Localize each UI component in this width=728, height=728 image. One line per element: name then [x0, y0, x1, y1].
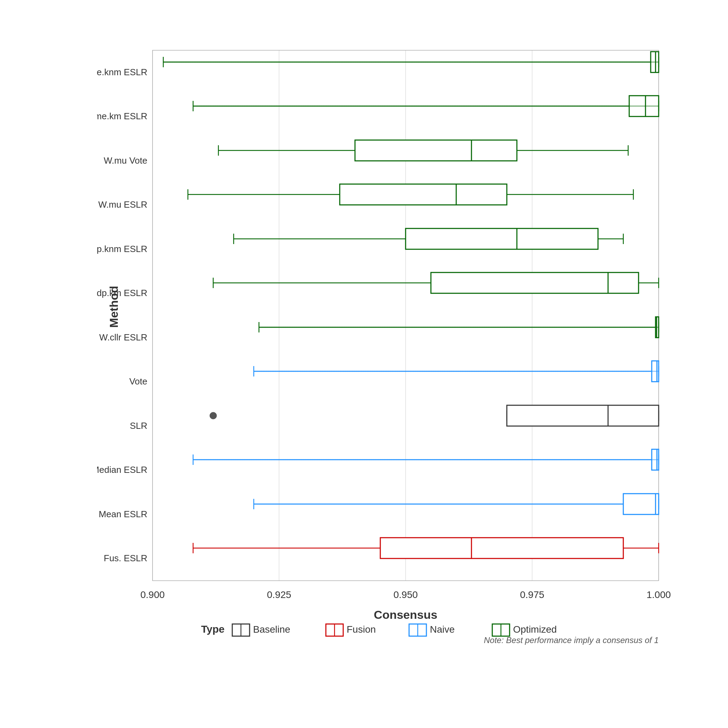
boxplot-mean-eslr [254, 494, 659, 514]
svg-text:Naive: Naive [430, 624, 455, 635]
x-axis-label: Consensus [374, 608, 437, 621]
note-text: Note: Best performance imply a consensus… [484, 635, 659, 645]
main-chart-svg: 0.900 0.925 0.950 0.975 1.000 Consensus … [97, 40, 673, 647]
svg-text:0.925: 0.925 [267, 589, 291, 600]
svg-rect-87 [380, 538, 623, 558]
svg-text:W.rme.knm ESLR: W.rme.knm ESLR [97, 67, 147, 77]
svg-rect-70 [507, 405, 659, 426]
svg-text:1.000: 1.000 [647, 589, 671, 600]
svg-rect-42 [340, 184, 507, 205]
svg-text:Vote: Vote [129, 376, 147, 387]
boxplot-vote [254, 361, 659, 382]
svg-text:W.mu ESLR: W.mu ESLR [98, 199, 147, 210]
boxplot-median-eslr [193, 449, 659, 470]
svg-text:0.950: 0.950 [393, 589, 418, 600]
svg-text:W.dp.km ESLR: W.dp.km ESLR [97, 288, 147, 298]
boxplot-w-rme-km-eslr [193, 96, 659, 116]
svg-text:W.dp.knm ESLR: W.dp.knm ESLR [97, 244, 147, 254]
svg-text:Fus. ESLR: Fus. ESLR [104, 553, 147, 563]
svg-rect-37 [355, 140, 517, 161]
svg-text:SLR: SLR [130, 421, 147, 431]
legend: Type Baseline Fusion Naive Optimized [201, 623, 557, 636]
x-axis: 0.900 0.925 0.950 0.975 1.000 [141, 589, 671, 600]
boxplot-w-dp-km-eslr [213, 272, 659, 293]
svg-rect-25 [651, 52, 659, 72]
svg-text:Baseline: Baseline [253, 624, 290, 635]
svg-text:W.cllr ESLR: W.cllr ESLR [99, 332, 147, 343]
svg-rect-47 [405, 228, 598, 249]
boxplot-w-cllr-eslr [259, 317, 659, 338]
boxplot-slr [210, 405, 659, 426]
chart-area: 0.900 0.925 0.950 0.975 1.000 Consensus … [97, 40, 673, 647]
svg-text:0.975: 0.975 [520, 589, 544, 600]
svg-text:Optimized: Optimized [513, 624, 557, 635]
boxplot-w-dp-knm-eslr [234, 228, 623, 249]
y-axis-labels: W.rme.knm ESLR W.rme.km ESLR W.mu Vote W… [97, 67, 147, 563]
svg-point-66 [210, 412, 217, 419]
svg-text:W.rme.km ESLR: W.rme.km ESLR [97, 111, 147, 121]
svg-text:0.900: 0.900 [141, 589, 165, 600]
svg-text:Mean ESLR: Mean ESLR [99, 509, 147, 519]
svg-rect-52 [431, 272, 639, 293]
grid-lines [153, 50, 659, 581]
boxplot-fus-eslr [193, 538, 659, 558]
svg-text:Median ESLR: Median ESLR [97, 465, 147, 475]
boxplot-w-mu-vote [219, 140, 628, 161]
boxplot-w-mu-eslr [188, 184, 633, 205]
svg-text:Type: Type [201, 623, 225, 635]
svg-text:W.mu Vote: W.mu Vote [104, 155, 147, 166]
svg-rect-81 [623, 494, 659, 514]
chart-container: 0.900 0.925 0.950 0.975 1.000 Consensus … [35, 26, 693, 702]
boxplot-w-rme-knm-eslr [163, 52, 659, 72]
svg-text:Fusion: Fusion [347, 624, 376, 635]
